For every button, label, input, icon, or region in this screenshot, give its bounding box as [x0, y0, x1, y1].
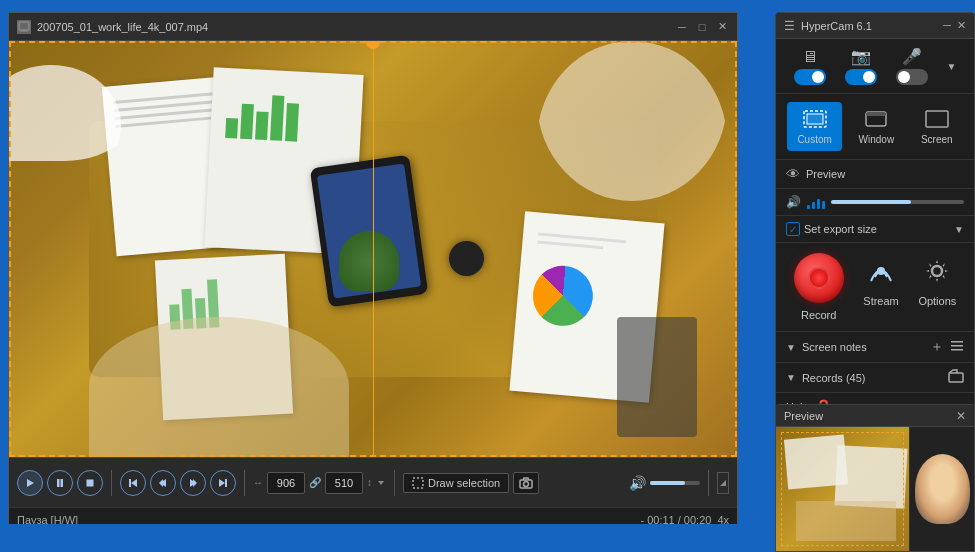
controls-divider-2	[244, 470, 245, 496]
export-size-row[interactable]: ✓ Set export size ▼	[776, 216, 974, 243]
player-close-button[interactable]: ✕	[715, 20, 729, 34]
svg-marker-11	[159, 479, 163, 487]
pause-button[interactable]	[47, 470, 73, 496]
video-player-window: 200705_01_work_life_4k_007.mp4 ─ □ ✕	[8, 12, 738, 532]
skip-back-button[interactable]	[120, 470, 146, 496]
video-area	[9, 41, 737, 457]
svg-rect-28	[951, 341, 963, 343]
records-label: Records (45)	[802, 372, 942, 384]
window-mode-button[interactable]: Window	[849, 102, 905, 151]
add-note-button[interactable]: ＋	[930, 338, 944, 356]
records-chevron: ▼	[786, 372, 796, 383]
options-button[interactable]: Options	[918, 253, 956, 307]
playhead[interactable]	[366, 41, 380, 49]
preview-main-area	[776, 427, 909, 551]
hypercam-menu-icon[interactable]: ☰	[784, 19, 795, 33]
video-content	[9, 41, 737, 457]
toggle-group-1: 🖥	[794, 48, 826, 85]
svg-rect-30	[951, 349, 963, 351]
volume-slider[interactable]	[650, 481, 700, 485]
preview-label: Preview	[806, 168, 845, 180]
record-circle	[794, 253, 844, 303]
records-count: 45	[850, 372, 862, 384]
svg-marker-14	[219, 479, 225, 487]
person-bottom-visual	[89, 317, 349, 457]
controls-divider-1	[111, 470, 112, 496]
monitor-toggle-knob	[812, 71, 824, 83]
preview-close-button[interactable]: ✕	[956, 409, 966, 423]
hypercam-close-button[interactable]: ✕	[957, 19, 966, 32]
vol-bar-3	[817, 199, 820, 209]
link-icon: 🔗	[309, 477, 321, 488]
export-checkbox[interactable]: ✓	[786, 222, 800, 236]
player-maximize-button[interactable]: □	[695, 20, 709, 34]
expand-button[interactable]	[717, 472, 729, 494]
draw-selection-label: Draw selection	[428, 477, 500, 489]
hypercam-panel: ☰ HyperCam 6.1 ─ ✕ 🖥 📷 🎤 ▼	[775, 12, 975, 422]
volume-bars	[807, 195, 825, 209]
records-section[interactable]: ▼ Records (45)	[776, 363, 974, 393]
mic-toggle[interactable]	[896, 69, 928, 85]
record-button[interactable]: Record	[794, 253, 844, 321]
svg-rect-15	[225, 479, 227, 487]
hc-volume-fill	[831, 200, 911, 204]
open-records-folder-button[interactable]	[948, 369, 964, 386]
stream-icon	[863, 253, 899, 289]
records-actions	[948, 369, 964, 386]
width-label: ↔	[253, 477, 263, 488]
step-forward-button[interactable]	[180, 470, 206, 496]
options-gear-icon	[919, 253, 955, 289]
monitor-toggle[interactable]	[794, 69, 826, 85]
webcam-toggle-knob	[863, 71, 875, 83]
preview-webcam-area	[909, 427, 974, 551]
window-mode-icon	[862, 108, 890, 130]
stop-button[interactable]	[77, 470, 103, 496]
height-input[interactable]	[325, 472, 363, 494]
hc-volume-slider[interactable]	[831, 200, 964, 204]
svg-rect-22	[807, 114, 823, 124]
toggles-chevron[interactable]: ▼	[947, 61, 957, 72]
svg-rect-29	[951, 345, 963, 347]
controls-divider-4	[708, 470, 709, 496]
player-minimize-button[interactable]: ─	[675, 20, 689, 34]
webcam-toggle[interactable]	[845, 69, 877, 85]
screenshot-button[interactable]	[513, 472, 539, 494]
skip-forward-button[interactable]	[210, 470, 236, 496]
preview-title: Preview	[784, 410, 956, 422]
volume-area: 🔊	[629, 475, 700, 491]
height-label: ↕	[367, 477, 372, 488]
player-title-bar: 200705_01_work_life_4k_007.mp4 ─ □ ✕	[9, 13, 737, 41]
step-back-button[interactable]	[150, 470, 176, 496]
draw-selection-button[interactable]: Draw selection	[403, 473, 509, 493]
windows-taskbar	[0, 524, 765, 552]
screen-mode-button[interactable]: Screen	[911, 102, 963, 151]
stream-button[interactable]: Stream	[863, 253, 899, 307]
note-list-button[interactable]	[950, 339, 964, 356]
hypercam-title: HyperCam 6.1	[801, 20, 943, 32]
svg-rect-9	[129, 479, 131, 487]
controls-divider-3	[394, 470, 395, 496]
screen-mode-label: Screen	[921, 134, 953, 145]
preview-selection	[781, 432, 904, 546]
screen-notes-chevron: ▼	[786, 342, 796, 353]
webcam-face-visual	[915, 454, 970, 524]
height-dropdown[interactable]	[376, 478, 386, 488]
custom-mode-icon	[801, 108, 829, 130]
screen-notes-section[interactable]: ▼ Screen notes ＋	[776, 332, 974, 363]
play-button[interactable]	[17, 470, 43, 496]
monitor-icon: 🖥	[802, 48, 818, 66]
speaker-icon: 🔊	[786, 195, 801, 209]
hypercam-minimize-button[interactable]: ─	[943, 19, 951, 32]
screen-notes-label: Screen notes	[802, 341, 924, 353]
stream-label: Stream	[863, 295, 898, 307]
screen-mode-icon	[923, 108, 951, 130]
width-input[interactable]	[267, 472, 305, 494]
records-label-text: Records	[802, 372, 843, 384]
preview-row[interactable]: 👁 Preview	[776, 160, 974, 189]
svg-rect-31	[949, 373, 963, 382]
export-label: Set export size	[804, 223, 950, 235]
custom-mode-button[interactable]: Custom	[787, 102, 841, 151]
svg-rect-24	[866, 112, 886, 116]
volume-fill	[650, 481, 685, 485]
custom-mode-label: Custom	[797, 134, 831, 145]
